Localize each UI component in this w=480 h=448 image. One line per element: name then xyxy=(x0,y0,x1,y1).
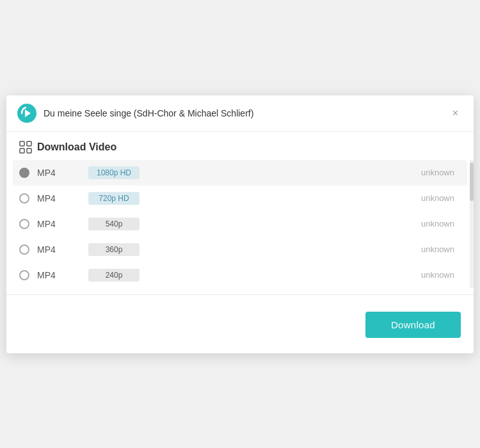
video-row[interactable]: MP4240punknown xyxy=(13,262,467,288)
video-row[interactable]: MP4720p HDunknown xyxy=(13,186,467,211)
format-label: MP4 xyxy=(37,219,88,229)
title-bar: Du meine Seele singe (SdH-Chor & Michael… xyxy=(6,95,474,132)
quality-badge: 720p HD xyxy=(88,192,140,205)
scrollbar-thumb[interactable] xyxy=(470,163,474,201)
radio-button[interactable] xyxy=(19,244,29,255)
quality-badge: 240p xyxy=(88,269,140,282)
grid-icon xyxy=(19,141,32,154)
size-label: unknown xyxy=(421,219,461,228)
size-label: unknown xyxy=(421,244,461,254)
svg-rect-3 xyxy=(27,141,31,146)
section-title: Download Video xyxy=(37,141,116,153)
radio-button[interactable] xyxy=(19,168,29,178)
video-row[interactable]: MP4540punknown xyxy=(13,211,467,237)
radio-button[interactable] xyxy=(19,219,29,229)
video-row[interactable]: MP41080p HDunknown xyxy=(13,160,467,186)
action-bar: Download xyxy=(6,301,474,353)
quality-badge: 540p xyxy=(88,218,140,230)
size-label: unknown xyxy=(421,270,461,280)
section-header: Download Video xyxy=(6,132,474,160)
radio-button[interactable] xyxy=(19,270,29,280)
video-list-container: MP41080p HDunknownMP4720p HDunknownMP454… xyxy=(6,160,474,288)
svg-rect-2 xyxy=(20,141,24,146)
format-label: MP4 xyxy=(37,270,88,280)
radio-button[interactable] xyxy=(19,193,29,204)
size-label: unknown xyxy=(421,168,461,177)
video-row[interactable]: MP4360punknown xyxy=(13,237,467,262)
video-list: MP41080p HDunknownMP4720p HDunknownMP454… xyxy=(6,160,474,288)
format-label: MP4 xyxy=(37,168,88,178)
quality-badge: 360p xyxy=(88,243,140,256)
download-dialog: Du meine Seele singe (SdH-Chor & Michael… xyxy=(6,95,474,353)
download-button[interactable]: Download xyxy=(365,312,461,338)
svg-rect-4 xyxy=(20,148,24,153)
dialog-title: Du meine Seele singe (SdH-Chor & Michael… xyxy=(44,108,447,118)
divider xyxy=(6,294,474,295)
size-label: unknown xyxy=(421,193,461,203)
format-label: MP4 xyxy=(37,244,88,255)
close-button[interactable]: × xyxy=(447,106,463,121)
scrollbar-track[interactable] xyxy=(470,160,474,288)
format-label: MP4 xyxy=(37,193,88,204)
svg-rect-5 xyxy=(27,148,31,153)
quality-badge: 1080p HD xyxy=(88,166,140,179)
app-icon xyxy=(17,103,37,124)
